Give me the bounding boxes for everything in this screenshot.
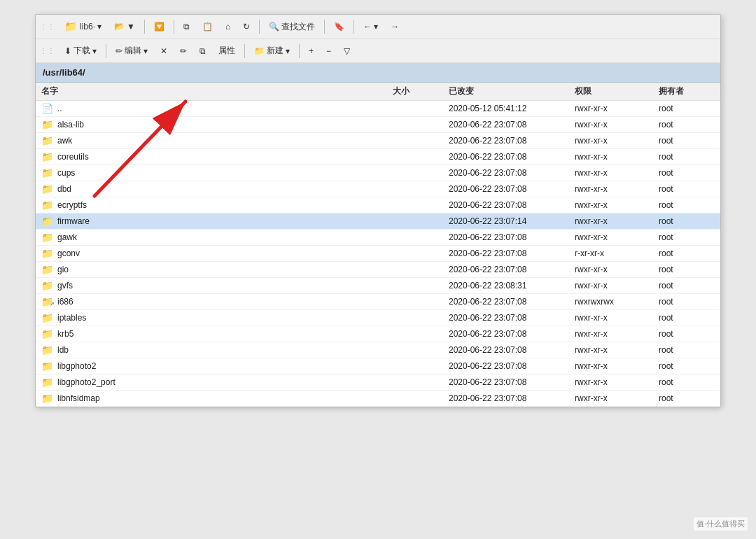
table-row[interactable]: 📁 awk 2020-06-22 23:07:08 rwxr-xr-x root: [36, 133, 720, 149]
file-name-cell: 📄 ..: [41, 103, 393, 114]
file-permissions: rwxr-xr-x: [575, 232, 659, 242]
separator-6: [106, 44, 106, 58]
file-name-cell: 📁 alsa-lib: [41, 119, 393, 130]
table-row[interactable]: 📁 firmware 2020-06-22 23:07:14 rwxr-xr-x…: [36, 214, 720, 230]
table-row[interactable]: 📁 gio 2020-06-22 23:07:08 rwxr-xr-x root: [36, 262, 720, 278]
table-row[interactable]: 📁 gawk 2020-06-22 23:07:08 rwxr-xr-x roo…: [36, 230, 720, 246]
table-row[interactable]: 📁 iptables 2020-06-22 23:07:08 rwxr-xr-x…: [36, 310, 720, 326]
file-owner: root: [659, 393, 715, 403]
folder-icon: 📁: [41, 232, 53, 243]
file-modified: 2020-06-22 23:07:14: [449, 216, 575, 226]
file-modified: 2020-06-22 23:07:08: [449, 313, 575, 323]
table-row[interactable]: 📁 cups 2020-06-22 23:07:08 rwxr-xr-x roo…: [36, 165, 720, 181]
table-row[interactable]: 📁↗ i686 2020-06-22 23:07:08 rwxrwxrwx ro…: [36, 294, 720, 310]
table-row[interactable]: 📁 coreutils 2020-06-22 23:07:08 rwxr-xr-…: [36, 149, 720, 165]
col-modified[interactable]: 已改变: [449, 85, 575, 97]
table-row[interactable]: 📁 dbd 2020-06-22 23:07:08 rwxr-xr-x root: [36, 181, 720, 197]
file-permissions: rwxr-xr-x: [575, 200, 659, 210]
file-list-header: 名字 大小 已改变 权限 拥有者: [36, 83, 720, 101]
separator-1: [144, 20, 145, 34]
back-icon: ←: [363, 22, 372, 31]
separator-2: [174, 20, 174, 34]
separator-3: [259, 20, 260, 34]
folder-location-btn[interactable]: 📁 lib6· ▾: [59, 18, 106, 36]
toolbar-2: ⋮⋮ ⬇ 下载 ▾ ✏ 编辑 ▾ ✕ ✏ ⧉ 属性 📁 新建 ▾: [36, 39, 720, 63]
file-name-text: cups: [57, 168, 75, 178]
file-name-cell: 📁 ldb: [41, 344, 393, 356]
separator-5: [354, 20, 354, 34]
file-permissions: rwxr-xr-x: [575, 265, 659, 274]
table-row[interactable]: 📁 alsa-lib 2020-06-22 23:07:08 rwxr-xr-x…: [36, 117, 720, 133]
download-icon: ⬇: [64, 46, 71, 56]
home-icon: ⌂: [225, 22, 230, 31]
file-name-cell: 📁 gvfs: [41, 280, 393, 291]
file-name-cell: 📁 ecryptfs: [41, 200, 393, 211]
back-btn[interactable]: ← ▾: [358, 19, 383, 34]
file-owner: root: [659, 248, 715, 258]
rename-btn[interactable]: ✏: [175, 43, 192, 59]
separator-4: [324, 20, 325, 34]
file-name-text: ldb: [57, 345, 69, 355]
file-modified: 2020-06-22 23:07:08: [449, 265, 575, 274]
new-folder-icon2: 📁: [254, 46, 265, 56]
folder-icon: 📁: [64, 20, 78, 33]
file-name-text: dbd: [57, 184, 71, 194]
table-row[interactable]: 📁 ldb 2020-06-22 23:07:08 rwxr-xr-x root: [36, 342, 720, 358]
plus-btn[interactable]: +: [304, 43, 318, 59]
folder-dropdown-icon: ▾: [97, 22, 102, 31]
folder-icon: 📁: [41, 312, 53, 323]
paste-btn[interactable]: 📋: [197, 19, 218, 34]
file-name-cell: 📁 firmware: [41, 216, 393, 227]
toolbar-1: ⋮⋮ 📁 lib6· ▾ 📂 ▼ 🔽 ⧉ 📋 ⌂ ↻ 🔍: [36, 15, 720, 39]
download-dropdown: ▾: [92, 46, 97, 56]
copy2-btn[interactable]: ⧉: [195, 43, 211, 59]
file-modified: 2020-06-22 23:07:08: [449, 120, 575, 130]
properties-btn[interactable]: 属性: [214, 42, 240, 59]
edit-dropdown: ▾: [144, 46, 148, 56]
col-size[interactable]: 大小: [393, 85, 449, 97]
file-permissions: r-xr-xr-x: [575, 248, 659, 258]
table-row[interactable]: 📁 libgphoto2 2020-06-22 23:07:08 rwxr-xr…: [36, 358, 720, 374]
file-owner: root: [659, 200, 715, 210]
file-permissions: rwxr-xr-x: [575, 216, 659, 226]
file-name-text: ..: [57, 104, 62, 113]
table-row[interactable]: 📁 gvfs 2020-06-22 23:08:31 rwxr-xr-x roo…: [36, 278, 720, 294]
folder-icon: 📁: [41, 151, 53, 162]
col-permissions[interactable]: 权限: [575, 85, 659, 97]
edit-btn[interactable]: ✏ 编辑 ▾: [111, 42, 153, 59]
table-row[interactable]: 📁 ecryptfs 2020-06-22 23:07:08 rwxr-xr-x…: [36, 197, 720, 214]
minus-btn[interactable]: −: [321, 43, 336, 59]
home-btn[interactable]: ⌂: [220, 19, 235, 34]
table-row[interactable]: 📁 libnfsidmap 2020-06-22 23:07:08 rwxr-x…: [36, 391, 720, 407]
delete-btn[interactable]: ✕: [155, 43, 172, 59]
filter2-btn[interactable]: ▽: [339, 43, 355, 59]
col-owner[interactable]: 拥有者: [659, 85, 715, 97]
file-name-text: gawk: [57, 232, 77, 242]
file-name-cell: 📁↗ i686: [41, 296, 393, 307]
new-btn[interactable]: 📁 新建 ▾: [249, 42, 295, 59]
file-owner: root: [659, 232, 715, 242]
table-row[interactable]: 📄 .. 2020-05-12 05:41:12 rwxr-xr-x root: [36, 101, 720, 117]
table-row[interactable]: 📁 gconv 2020-06-22 23:07:08 r-xr-xr-x ro…: [36, 246, 720, 262]
folder-icon: 📁: [41, 183, 53, 195]
filter-btn[interactable]: 🔽: [149, 19, 169, 34]
table-row[interactable]: 📁 krb5 2020-06-22 23:07:08 rwxr-xr-x roo…: [36, 326, 720, 342]
drag-handle: ⋮⋮: [40, 23, 55, 31]
copy-btn[interactable]: ⧉: [178, 19, 195, 34]
file-permissions: rwxr-xr-x: [575, 184, 659, 194]
new-folder-btn[interactable]: 📂 ▼: [109, 19, 140, 34]
edit-label: 编辑: [125, 45, 141, 57]
plus-icon: +: [309, 46, 314, 56]
forward-btn[interactable]: →: [386, 19, 404, 34]
refresh-btn[interactable]: ↻: [238, 19, 255, 34]
find-files-label: 查找文件: [281, 21, 315, 33]
download-btn[interactable]: ⬇ 下载 ▾: [59, 42, 102, 59]
watermark: 值·什么值得买: [694, 517, 748, 531]
find-files-btn[interactable]: 🔍 查找文件: [264, 18, 320, 36]
file-modified: 2020-06-22 23:07:08: [449, 329, 575, 339]
file-permissions: rwxr-xr-x: [575, 393, 659, 403]
col-name[interactable]: 名字: [41, 85, 393, 97]
table-row[interactable]: 📁 libgphoto2_port 2020-06-22 23:07:08 rw…: [36, 374, 720, 391]
bookmarks-btn[interactable]: 🔖: [329, 19, 349, 34]
file-manager-window: ⋮⋮ 📁 lib6· ▾ 📂 ▼ 🔽 ⧉ 📋 ⌂ ↻ 🔍: [35, 14, 721, 407]
